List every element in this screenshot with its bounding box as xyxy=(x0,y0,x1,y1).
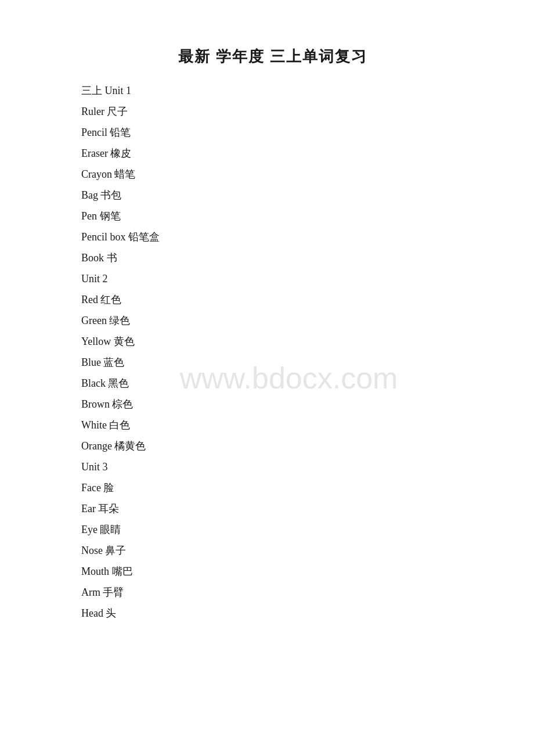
list-item: White 白色 xyxy=(81,420,464,430)
list-item: Face 脸 xyxy=(81,483,464,493)
list-item: Brown 棕色 xyxy=(81,399,464,409)
list-item: Book 书 xyxy=(81,253,464,263)
list-item: Bag 书包 xyxy=(81,190,464,200)
list-item: Pencil 铅笔 xyxy=(81,127,464,138)
list-item: Eraser 橡皮 xyxy=(81,148,464,159)
list-item: Yellow 黄色 xyxy=(81,336,464,347)
list-item: Mouth 嘴巴 xyxy=(81,566,464,577)
list-item: Pencil box 铅笔盒 xyxy=(81,232,464,242)
list-item: Blue 蓝色 xyxy=(81,357,464,368)
list-item: Black 黑色 xyxy=(81,378,464,388)
list-item: 三上 Unit 1 xyxy=(81,85,464,96)
list-item: Red 红色 xyxy=(81,294,464,305)
list-item: Arm 手臂 xyxy=(81,587,464,597)
list-item: Ruler 尺子 xyxy=(81,106,464,117)
list-item: Unit 2 xyxy=(81,273,464,284)
list-item: Pen 钢笔 xyxy=(81,211,464,221)
list-item: Unit 3 xyxy=(81,462,464,472)
list-item: Head 头 xyxy=(81,608,464,618)
list-item: Eye 眼睛 xyxy=(81,524,464,535)
list-item: Green 绿色 xyxy=(81,315,464,326)
list-item: Crayon 蜡笔 xyxy=(81,169,464,179)
list-item: Nose 鼻子 xyxy=(81,545,464,556)
list-item: Orange 橘黄色 xyxy=(81,441,464,451)
word-list: 三上 Unit 1Ruler 尺子Pencil 铅笔Eraser 橡皮Crayo… xyxy=(81,85,464,618)
list-item: Ear 耳朵 xyxy=(81,503,464,514)
page-title: 最新 学年度 三上单词复习 xyxy=(81,46,464,67)
